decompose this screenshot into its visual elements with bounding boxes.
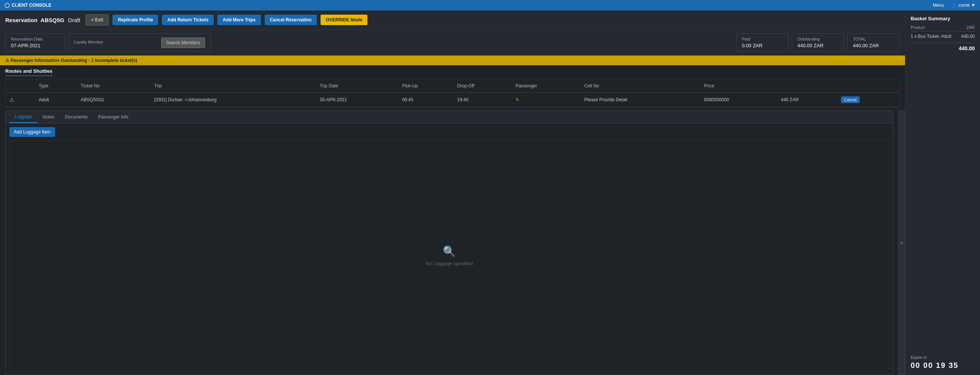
- empty-message: No Luggage specified: [426, 261, 473, 266]
- row-cancel-button[interactable]: Cancel: [837, 93, 899, 107]
- top-bar: ◯ CLIENT CONSOLE Menu 👤 corne ▼: [0, 0, 980, 11]
- row-pickup: 06:45: [398, 93, 453, 107]
- bottom-section: Luggage Notes Documents Passenger Info A…: [0, 111, 905, 375]
- exit-button[interactable]: < Exit: [86, 14, 109, 26]
- reservation-date-label: Reservation Date: [11, 37, 60, 41]
- col-ticket-no: Ticket No: [77, 80, 150, 93]
- total-label: TOTAL: [853, 37, 894, 41]
- app-name: ◯ CLIENT CONSOLE: [5, 3, 51, 8]
- bottom-left-panel: Luggage Notes Documents Passenger Info A…: [5, 111, 893, 375]
- col-trip: Trip: [150, 80, 316, 93]
- paid-label: Paid: [742, 37, 783, 41]
- reservation-date-value: 07-APR-2021: [11, 43, 60, 48]
- total-card: TOTAL 440.00 ZAR: [847, 34, 900, 52]
- loyalty-member-card: Loyalty Member Search Members: [68, 34, 211, 52]
- col-cell-no: Cell No: [580, 80, 700, 93]
- user-info: 👤 corne ▼: [951, 3, 975, 8]
- empty-search-icon: 🔍: [443, 245, 456, 258]
- collapse-icon: >: [900, 240, 903, 246]
- warning-icon: ⚠: [5, 58, 10, 63]
- outstanding-card: Outstanding 440.00 ZAR: [792, 34, 844, 52]
- cancel-reservation-button[interactable]: Cancel Reservation: [265, 14, 317, 25]
- override-mode-button[interactable]: OVERRIDE Mode: [321, 14, 368, 25]
- basket-zar-col: ZAR: [967, 25, 975, 30]
- row-trip: [3301] Durban ->Johannesburg: [150, 93, 316, 107]
- user-icon: 👤: [951, 3, 957, 8]
- content-area: Reservation ABSQ5G Draft < Exit Replicat…: [0, 11, 905, 375]
- outstanding-label: Outstanding: [797, 37, 838, 41]
- expire-timer: 00 00 19 35: [911, 361, 975, 370]
- routes-section: Routes and Shuttles: [0, 65, 905, 76]
- menu-link[interactable]: Menu: [933, 3, 944, 8]
- right-sidebar: Basket Summary Product ZAR 1 x Bus Ticke…: [905, 11, 980, 375]
- tab-bar: Luggage Notes Documents Passenger Info: [6, 111, 892, 123]
- username: corne: [959, 3, 970, 8]
- add-return-tickets-button[interactable]: Add Return Tickets: [162, 14, 214, 25]
- app-icon: ◯: [5, 3, 10, 8]
- col-type: Type: [35, 80, 77, 93]
- main-layout: Reservation ABSQ5G Draft < Exit Replicat…: [0, 11, 980, 375]
- row-edit-icon[interactable]: ✎: [512, 93, 580, 107]
- col-warning: [6, 80, 35, 93]
- row-trip-date: 30-APR-2021: [316, 93, 399, 107]
- row-type: Adult: [35, 93, 77, 107]
- routes-title: Routes and Shuttles: [5, 68, 52, 76]
- header-bar: Reservation ABSQ5G Draft < Exit Replicat…: [0, 11, 905, 30]
- chevron-down-icon: ▼: [971, 3, 975, 8]
- row-cell-no: 0000000000: [700, 93, 777, 107]
- basket-total: 440.00: [959, 45, 975, 51]
- row-price: 440 ZAR: [777, 93, 837, 107]
- col-price: Price: [700, 80, 777, 93]
- routes-table: Type Ticket No Trip Trip Date Pick-Up Dr…: [6, 80, 899, 107]
- outstanding-value: 440.00 ZAR: [797, 43, 838, 48]
- basket-item-product: 1 x Bus Ticket- Adult: [911, 34, 951, 39]
- col-passenger: Passenger: [512, 80, 580, 93]
- tab-passenger-info[interactable]: Passenger Info: [93, 112, 134, 123]
- add-luggage-button[interactable]: Add Luggage Item: [10, 127, 55, 137]
- col-trip-date: Trip Date: [316, 80, 399, 93]
- tab-luggage[interactable]: Luggage: [10, 111, 38, 123]
- info-row: Reservation Date 07-APR-2021 Loyalty Mem…: [0, 30, 905, 56]
- collapse-handle[interactable]: >: [898, 111, 905, 375]
- tab-content: Add Luggage Item 🔍 No Luggage specified: [6, 123, 892, 375]
- tab-notes[interactable]: Notes: [38, 112, 60, 123]
- col-actions: [777, 80, 837, 93]
- row-passenger: Please Provide Detail: [580, 93, 700, 107]
- add-more-trips-button[interactable]: Add More Trips: [218, 14, 261, 25]
- col-pickup: Pick-Up: [398, 80, 453, 93]
- basket-product-col: Product: [911, 25, 925, 30]
- paid-card: Paid 0.00 ZAR: [736, 34, 789, 52]
- expire-label: Expire in: [911, 355, 975, 360]
- search-members-button[interactable]: Search Members: [161, 37, 205, 48]
- replicate-profile-button[interactable]: Replicate Profile: [113, 14, 158, 25]
- routes-table-container: Type Ticket No Trip Trip Date Pick-Up Dr…: [5, 79, 900, 108]
- col-dropoff: Drop-Off: [453, 80, 512, 93]
- empty-luggage-state: 🔍 No Luggage specified: [10, 140, 889, 371]
- expire-section: Expire in 00 00 19 35: [911, 355, 975, 370]
- loyalty-member-label: Loyalty Member: [74, 40, 103, 44]
- table-header-row: Type Ticket No Trip Trip Date Pick-Up Dr…: [6, 80, 899, 93]
- basket-title: Basket Summary: [911, 16, 975, 21]
- tab-documents[interactable]: Documents: [60, 112, 93, 123]
- reservation-date-card: Reservation Date 07-APR-2021: [5, 34, 65, 52]
- financial-cards: Paid 0.00 ZAR Outstanding 440.00 ZAR TOT…: [736, 34, 900, 52]
- row-dropoff: 19:40: [453, 93, 512, 107]
- top-bar-right: Menu 👤 corne ▼: [933, 3, 975, 8]
- paid-value: 0.00 ZAR: [742, 43, 783, 48]
- cancel-ticket-button[interactable]: Cancel: [841, 96, 860, 103]
- row-warning-icon: ⚠: [6, 93, 35, 107]
- warning-message: Passenger Information Outstanding - 1 In…: [11, 58, 137, 63]
- total-value: 440.00 ZAR: [853, 43, 894, 48]
- warning-banner: ⚠ Passenger Information Outstanding - 1 …: [0, 56, 905, 65]
- row-ticket-no: ABSQ5G01: [77, 93, 150, 107]
- page-title: Reservation ABSQ5G Draft: [5, 17, 80, 23]
- basket-item-price: 440.00: [961, 34, 975, 39]
- table-row: ⚠ Adult ABSQ5G01 [3301] Durban ->Johanne…: [6, 93, 899, 107]
- basket-total-row: 440.00: [911, 43, 975, 51]
- basket-item-row: 1 x Bus Ticket- Adult 440.00: [911, 34, 975, 39]
- basket-header: Product ZAR: [911, 25, 975, 32]
